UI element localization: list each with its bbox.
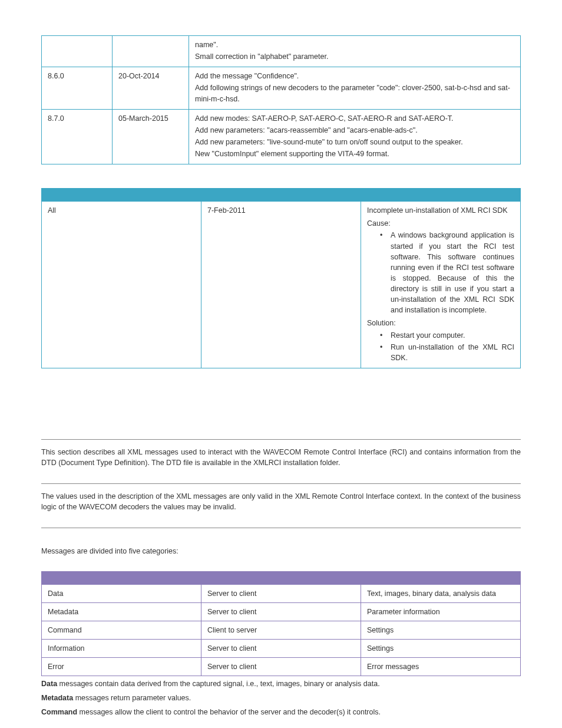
desc-line: Add following strings of new decoders to…	[195, 83, 514, 104]
cause-label: Cause:	[367, 218, 514, 229]
category-cell: Metadata	[42, 602, 201, 621]
content-cell: Text, images, binary data, analysis data	[361, 584, 521, 602]
table-row: Error Server to client Error messages	[42, 658, 521, 676]
content-cell: Parameter information	[361, 602, 521, 621]
version-cell	[42, 36, 113, 67]
table-row: 8.7.0 05-March-2015 Add new modes: SAT-A…	[42, 109, 521, 164]
date-cell	[113, 36, 189, 67]
table-row: All 7-Feb-2011 Incomplete un-installatio…	[42, 202, 521, 368]
section-divider	[41, 528, 521, 528]
content-cell: Settings	[361, 639, 521, 657]
known-issues-table: All 7-Feb-2011 Incomplete un-installatio…	[41, 188, 521, 368]
category-cell: Information	[42, 639, 201, 657]
content-cell: Settings	[361, 621, 521, 639]
desc-line: New "CustomInput" element supporting the…	[195, 149, 514, 159]
table-row: Information Server to client Settings	[42, 639, 521, 657]
closing-line-1: Data messages contain data derived from …	[41, 678, 521, 689]
table-header-row	[42, 571, 521, 584]
table-row: name". Small correction in "alphabet" pa…	[42, 36, 521, 67]
desc-cell: name". Small correction in "alphabet" pa…	[189, 36, 521, 67]
section-divider	[41, 483, 521, 484]
date-cell: 7-Feb-2011	[201, 202, 361, 368]
values-note: The values used in the description of th…	[41, 491, 521, 512]
desc-cell: Add new modes: SAT-AERO-P, SAT-AERO-C, S…	[189, 109, 521, 164]
solution-label: Solution:	[367, 318, 514, 328]
version-history-table: name". Small correction in "alphabet" pa…	[41, 35, 521, 164]
direction-cell: Server to client	[201, 584, 361, 602]
category-cell: Command	[42, 621, 201, 639]
direction-cell: Client to server	[201, 621, 361, 639]
desc-line: Add new modes: SAT-AERO-P, SAT-AERO-C, S…	[195, 113, 514, 124]
closing-text: messages return parameter values.	[73, 694, 191, 702]
bold-term: Data	[41, 680, 57, 688]
direction-cell: Server to client	[201, 602, 361, 621]
category-cell: Error	[42, 658, 201, 676]
closing-text: messages allow the client to control the…	[77, 708, 381, 716]
direction-cell: Server to client	[201, 658, 361, 676]
desc-cell: Add the message "Confidence". Add follow…	[189, 67, 521, 109]
cause-text: A windows background application is star…	[367, 230, 514, 315]
desc-line: name".	[195, 39, 514, 50]
version-cell: 8.7.0	[42, 109, 113, 164]
closing-text: messages contain data derived from the c…	[57, 680, 380, 688]
closing-line-2: Metadata messages return parameter value…	[41, 693, 521, 703]
section-intro: This section describes all XML messages …	[41, 447, 521, 468]
desc-line: Add new parameters: "acars-reassemble" a…	[195, 125, 514, 136]
closing-line-3: Command messages allow the client to con…	[41, 707, 521, 717]
message-categories-table: Data Server to client Text, images, bina…	[41, 571, 521, 677]
table-row: 8.6.0 20-Oct-2014 Add the message "Confi…	[42, 67, 521, 109]
bold-term: Command	[41, 708, 77, 716]
date-cell: 05-March-2015	[113, 109, 189, 164]
table-header-row	[42, 189, 521, 202]
table-row: Data Server to client Text, images, bina…	[42, 584, 521, 602]
issue-cell: Incomplete un-installation of XML RCI SD…	[361, 202, 521, 368]
date-cell: 20-Oct-2014	[113, 67, 189, 109]
category-cell: Data	[42, 584, 201, 602]
section-divider	[41, 439, 521, 440]
desc-line: Add new parameters: "live-sound-mute" to…	[195, 137, 514, 147]
issue-title: Incomplete un-installation of XML RCI SD…	[367, 205, 514, 216]
content-cell: Error messages	[361, 658, 521, 676]
table-row: Metadata Server to client Parameter info…	[42, 602, 521, 621]
desc-line: Small correction in "alphabet" parameter…	[195, 51, 514, 62]
version-cell: All	[42, 202, 201, 368]
direction-cell: Server to client	[201, 639, 361, 657]
bold-term: Metadata	[41, 694, 73, 702]
version-cell: 8.6.0	[42, 67, 113, 109]
table-row: Command Client to server Settings	[42, 621, 521, 639]
solution-item: Restart your computer.	[367, 330, 514, 341]
desc-line: Add the message "Confidence".	[195, 71, 514, 81]
solution-item: Run un-installation of the XML RCI SDK.	[367, 342, 514, 363]
categories-intro: Messages are divided into five categorie…	[41, 546, 521, 556]
